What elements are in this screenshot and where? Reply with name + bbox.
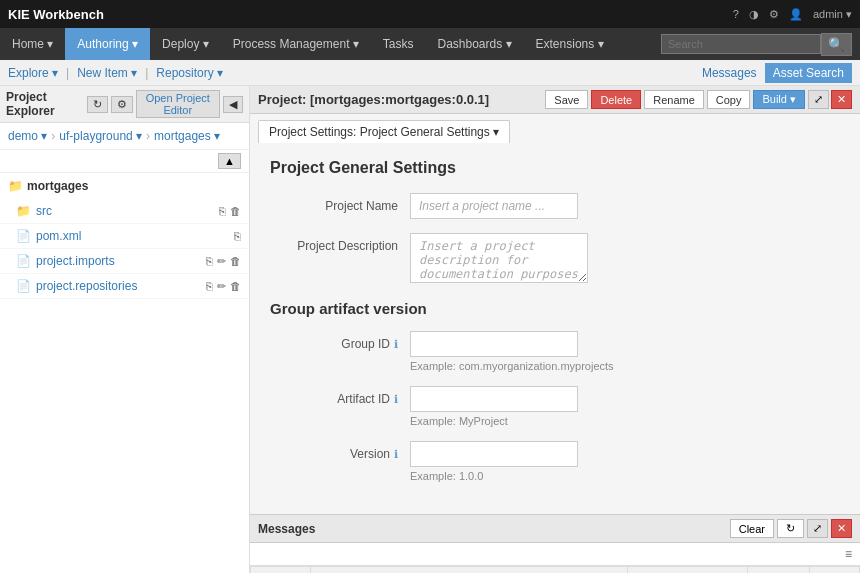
project-settings-tab[interactable]: Project Settings: Project General Settin… <box>258 120 510 143</box>
maximize-messages-btn[interactable]: ⤢ <box>807 519 828 538</box>
version-info-icon[interactable]: ℹ <box>394 448 398 461</box>
messages-link[interactable]: Messages <box>702 66 757 80</box>
search-button[interactable]: 🔍 <box>821 33 852 56</box>
project-description-label: Project Description <box>270 233 410 253</box>
version-input[interactable]: 0.0.1 <box>410 441 578 467</box>
nav-extensions[interactable]: Extensions ▾ <box>524 28 616 60</box>
file-item-pom[interactable]: 📄 pom.xml ⎘ <box>0 224 249 249</box>
nav-tasks[interactable]: Tasks <box>371 28 426 60</box>
col-level: Level <box>251 567 311 574</box>
artifact-id-info-icon[interactable]: ℹ <box>394 393 398 406</box>
file-item-repositories[interactable]: 📄 project.repositories ⎘ ✏ 🗑 <box>0 274 249 299</box>
sidebar-header: Project Explorer ↻ ⚙ Open Project Editor… <box>0 86 249 123</box>
breadcrumb-mortgages[interactable]: mortgages ▾ <box>154 129 220 143</box>
sidebar-title: Project Explorer <box>6 90 87 118</box>
folder-icon: 📁 <box>8 179 23 193</box>
project-title: Project: [mortgages:mortgages:0.0.1] <box>258 92 489 107</box>
artifact-id-label: Artifact ID ℹ <box>270 386 410 406</box>
content-header: Project: [mortgages:mortgages:0.0.1] Sav… <box>250 86 860 114</box>
project-description-input[interactable] <box>410 233 588 283</box>
copy-button[interactable]: Copy <box>707 90 751 109</box>
general-settings-title: Project General Settings <box>270 159 840 177</box>
settings-icon[interactable]: ⚙ <box>769 8 779 21</box>
save-button[interactable]: Save <box>545 90 588 109</box>
sidebar-config-btn[interactable]: ⚙ <box>111 96 133 113</box>
main-content: Project: [mortgages:mortgages:0.0.1] Sav… <box>250 86 860 573</box>
file-name-repositories: project.repositories <box>36 279 137 293</box>
sub-nav: Explore ▾ | New Item ▾ | Repository ▾ Me… <box>0 60 860 86</box>
nav-deploy[interactable]: Deploy ▾ <box>150 28 221 60</box>
delete-icon[interactable]: 🗑 <box>230 280 241 293</box>
copy-icon[interactable]: ⎘ <box>234 230 241 242</box>
copy-icon[interactable]: ⎘ <box>206 255 213 268</box>
repository-menu[interactable]: Repository ▾ <box>156 66 223 80</box>
close-button[interactable]: ✕ <box>831 90 852 109</box>
artifact-id-input[interactable]: mortgages <box>410 386 578 412</box>
group-id-input[interactable]: mortgages <box>410 331 578 357</box>
nav-home[interactable]: Home ▾ <box>0 28 65 60</box>
clear-messages-btn[interactable]: Clear <box>730 519 774 538</box>
search-input[interactable] <box>661 34 821 54</box>
breadcrumb-uf-playground[interactable]: uf-playground ▾ <box>59 129 142 143</box>
top-bar: KIE Workbench ? ◑ ⚙ 👤 admin ▾ <box>0 0 860 28</box>
up-button[interactable]: ▲ <box>218 153 241 169</box>
breadcrumb-demo[interactable]: demo ▾ <box>8 129 47 143</box>
nav-dashboards[interactable]: Dashboards ▾ <box>425 28 523 60</box>
version-label: Version ℹ <box>270 441 410 461</box>
help-icon[interactable]: ? <box>733 8 739 20</box>
sidebar-refresh-btn[interactable]: ↻ <box>87 96 108 113</box>
sidebar-collapse-btn[interactable]: ◀ <box>223 96 243 113</box>
group-artifact-title: Group artifact version <box>270 300 840 317</box>
accessibility-icon[interactable]: ◑ <box>749 8 759 21</box>
nav-authoring[interactable]: Authoring ▾ <box>65 28 150 60</box>
artifact-id-hint: Example: MyProject <box>410 415 840 427</box>
breadcrumb: demo ▾ › uf-playground ▾ › mortgages ▾ <box>0 123 249 150</box>
group-artifact-section: Group artifact version Group ID ℹ mortga… <box>270 300 840 482</box>
build-button[interactable]: Build ▾ <box>753 90 805 109</box>
file-name-pom: pom.xml <box>36 229 81 243</box>
tab-bar: Project Settings: Project General Settin… <box>250 114 860 143</box>
folder-icon: 📁 <box>16 204 31 218</box>
col-line: Line <box>810 567 860 574</box>
project-explorer: Project Explorer ↻ ⚙ Open Project Editor… <box>0 86 250 573</box>
messages-section: Messages Clear ↻ ⤢ ✕ ≡ Level Text <box>250 514 860 573</box>
copy-icon[interactable]: ⎘ <box>206 280 213 293</box>
asset-search-link[interactable]: Asset Search <box>765 63 852 83</box>
copy-icon[interactable]: ⎘ <box>219 205 226 217</box>
group-id-info-icon[interactable]: ℹ <box>394 338 398 351</box>
file-icon: 📄 <box>16 229 31 243</box>
artifact-id-row: Artifact ID ℹ mortgages Example: MyProje… <box>270 386 840 427</box>
version-hint: Example: 1.0.0 <box>410 470 840 482</box>
explore-menu[interactable]: Explore ▾ <box>8 66 58 80</box>
close-messages-btn[interactable]: ✕ <box>831 519 852 538</box>
group-id-row: Group ID ℹ mortgages Example: com.myorga… <box>270 331 840 372</box>
project-name-input[interactable] <box>410 193 578 219</box>
group-id-label: Group ID ℹ <box>270 331 410 351</box>
messages-title: Messages <box>258 522 315 536</box>
nav-process-management[interactable]: Process Management ▾ <box>221 28 371 60</box>
col-column: Column <box>748 567 810 574</box>
edit-icon[interactable]: ✏ <box>217 280 226 293</box>
messages-table: Level Text File Column Line ℹ Build <box>250 566 860 573</box>
file-item-imports[interactable]: 📄 project.imports ⎘ ✏ 🗑 <box>0 249 249 274</box>
edit-icon[interactable]: ✏ <box>217 255 226 268</box>
file-item-src[interactable]: 📁 src ⎘ 🗑 <box>0 199 249 224</box>
open-project-editor-btn[interactable]: Open Project Editor <box>136 90 220 118</box>
maximize-button[interactable]: ⤢ <box>808 90 829 109</box>
delete-icon[interactable]: 🗑 <box>230 255 241 268</box>
file-list: 📁 src ⎘ 🗑 📄 pom.xml ⎘ 📄 <box>0 199 249 573</box>
refresh-messages-btn[interactable]: ↻ <box>777 519 804 538</box>
user-icon[interactable]: 👤 <box>789 8 803 21</box>
rename-button[interactable]: Rename <box>644 90 704 109</box>
group-id-hint: Example: com.myorganization.myprojects <box>410 360 840 372</box>
new-item-menu[interactable]: New Item ▾ <box>77 66 137 80</box>
project-name-label: Project Name <box>270 193 410 213</box>
delete-icon[interactable]: 🗑 <box>230 205 241 217</box>
delete-button[interactable]: Delete <box>591 90 641 109</box>
file-name-src: src <box>36 204 52 218</box>
user-menu[interactable]: admin ▾ <box>813 8 852 21</box>
project-name-row: Project Name <box>270 193 840 219</box>
file-icon: 📄 <box>16 279 31 293</box>
version-row: Version ℹ 0.0.1 Example: 1.0.0 <box>270 441 840 482</box>
file-icon: 📄 <box>16 254 31 268</box>
